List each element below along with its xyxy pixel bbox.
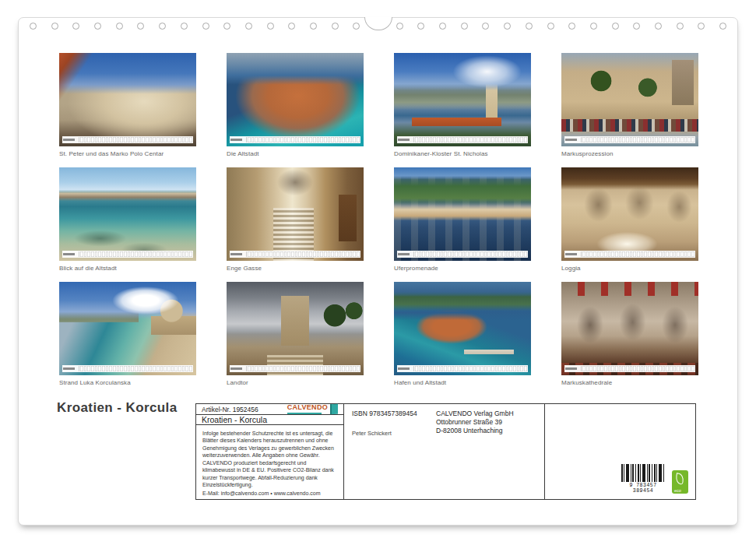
- calendar-back-page: St. Peter und das Marko Polo Centar Die …: [18, 17, 738, 526]
- mini-month-label: [565, 137, 582, 142]
- photo-tile: Uferpromenade: [394, 167, 531, 272]
- photo-tile: Dominikaner-Kloster St. Nicholas: [394, 53, 531, 157]
- photo-tile: Strand Luka Korculanska: [59, 282, 196, 386]
- author-name: Peter Schickert: [352, 430, 392, 437]
- product-title: Kroatien - Korcula: [196, 415, 343, 425]
- photo-caption: Uferpromenade: [394, 265, 531, 272]
- publisher-address: CALVENDO Verlag GmbH Ottobrunner Straße …: [436, 410, 514, 435]
- photo-uferpromenade: [394, 167, 531, 261]
- photo-tile: Markuskathedrale: [561, 282, 698, 386]
- mini-calendar-strip: [397, 251, 528, 258]
- mini-day-cells: [248, 137, 360, 142]
- photo-landtor: [227, 282, 364, 375]
- photo-tile: Die Altstadt: [227, 53, 364, 157]
- info-left-column: Artikel-Nr. 1952456 CALVENDO Kroatien - …: [196, 404, 344, 499]
- photo-hafen-altstadt: [394, 282, 531, 375]
- contact-line: E-Mail: info@calvendo.com • www.calvendo…: [202, 490, 337, 497]
- mini-day-cells: [415, 137, 527, 142]
- mini-month-label: [565, 366, 582, 371]
- product-info-box: Artikel-Nr. 1952456 CALVENDO Kroatien - …: [195, 403, 696, 500]
- calvendo-mark-icon: [330, 404, 338, 415]
- ean-barcode: 9 783457 389454: [619, 464, 667, 494]
- mini-calendar-strip: [564, 251, 695, 258]
- calvendo-wordmark: CALVENDO: [287, 404, 328, 411]
- photo-caption: Die Altstadt: [227, 150, 364, 157]
- eco-badge: eco: [672, 470, 688, 494]
- photo-caption: Blick auf die Altstadt: [59, 265, 196, 272]
- photo-caption: Enge Gasse: [227, 265, 364, 272]
- photo-tile: Landtor: [227, 282, 364, 386]
- photo-tile: Hafen und Altstadt: [394, 282, 531, 386]
- mini-calendar-strip: [230, 251, 360, 258]
- photo-caption: St. Peter und das Marko Polo Centar: [59, 150, 196, 157]
- info-right-column: 9 783457 389454 eco: [545, 404, 695, 499]
- thumbnail-grid: St. Peter und das Marko Polo Centar Die …: [59, 53, 698, 386]
- photo-tile: Enge Gasse: [227, 167, 364, 272]
- mini-calendar-strip: [397, 365, 528, 372]
- article-number: Artikel-Nr. 1952456: [202, 406, 258, 413]
- mini-day-cells: [248, 251, 360, 257]
- mini-calendar-strip: [62, 251, 193, 258]
- mini-day-cells: [80, 366, 192, 371]
- publisher-city: D-82008 Unterhaching: [436, 427, 514, 435]
- photo-tile: St. Peter und das Marko Polo Centar: [59, 53, 196, 157]
- article-row: Artikel-Nr. 1952456 CALVENDO: [196, 404, 343, 415]
- mini-calendar-strip: [564, 136, 695, 143]
- photo-dominikaner-kloster: [394, 53, 531, 146]
- mini-month-label: [565, 251, 582, 257]
- mini-day-cells: [582, 251, 694, 257]
- mini-month-label: [230, 366, 247, 371]
- mini-month-label: [398, 366, 414, 371]
- barcode-block: 9 783457 389454 eco: [619, 464, 688, 494]
- photo-tile: Markusprozession: [561, 53, 698, 157]
- barcode-bars-icon: [621, 464, 665, 482]
- mini-day-cells: [582, 137, 694, 142]
- mini-calendar-strip: [230, 365, 360, 372]
- mini-calendar-strip: [62, 136, 193, 143]
- mini-day-cells: [582, 366, 694, 371]
- photo-loggia: [561, 167, 698, 261]
- mini-day-cells: [80, 137, 192, 142]
- leaf-icon: [675, 473, 684, 484]
- mini-month-label: [63, 251, 79, 257]
- photo-st-peter-marko-polo: [59, 53, 196, 146]
- photo-enge-gasse: [227, 167, 364, 261]
- photo-markusprozession: [561, 53, 698, 146]
- publisher-name: CALVENDO Verlag GmbH: [436, 410, 514, 418]
- photo-caption: Dominikaner-Kloster St. Nicholas: [394, 150, 531, 157]
- mini-calendar-strip: [62, 365, 193, 372]
- barcode-digits: 9 783457 389454: [619, 483, 667, 494]
- photo-tile: Blick auf die Altstadt: [59, 167, 196, 272]
- legal-row: Infolge bestehender Schutzrechte ist es …: [196, 425, 343, 501]
- photo-caption: Markuskathedrale: [561, 379, 698, 386]
- photo-tile: Loggia: [561, 167, 698, 272]
- publisher-street: Ottobrunner Straße 39: [436, 418, 514, 427]
- photo-caption: Hafen und Altstadt: [394, 379, 531, 386]
- photo-caption: Loggia: [561, 265, 698, 272]
- info-middle-column: ISBN 9783457389454 CALVENDO Verlag GmbH …: [344, 404, 545, 499]
- photo-strand-luka: [59, 282, 196, 375]
- mini-month-label: [63, 366, 79, 371]
- mini-month-label: [230, 137, 247, 142]
- mini-day-cells: [80, 251, 192, 257]
- photo-caption: Markusprozession: [561, 150, 698, 157]
- legal-text: Infolge bestehender Schutzrechte ist es …: [202, 430, 337, 489]
- mini-calendar-strip: [230, 136, 360, 143]
- mini-month-label: [230, 251, 247, 257]
- eco-label: eco: [674, 488, 681, 493]
- mini-month-label: [398, 251, 414, 257]
- page-title: Kroatien - Korcula: [57, 400, 178, 416]
- photo-caption: Strand Luka Korculanska: [59, 379, 196, 386]
- calvendo-logo: CALVENDO: [287, 404, 338, 414]
- photo-caption: Landtor: [227, 379, 364, 386]
- photo-markuskathedrale: [561, 282, 698, 375]
- mini-month-label: [398, 137, 414, 142]
- mini-month-label: [63, 137, 79, 142]
- calvendo-tagline-bar: [287, 413, 322, 415]
- mini-day-cells: [248, 366, 360, 371]
- mini-day-cells: [415, 366, 527, 371]
- mini-day-cells: [415, 251, 527, 257]
- mini-calendar-strip: [564, 365, 695, 372]
- photo-blick-altstadt: [59, 167, 196, 261]
- photo-altstadt-aerial: [227, 53, 364, 146]
